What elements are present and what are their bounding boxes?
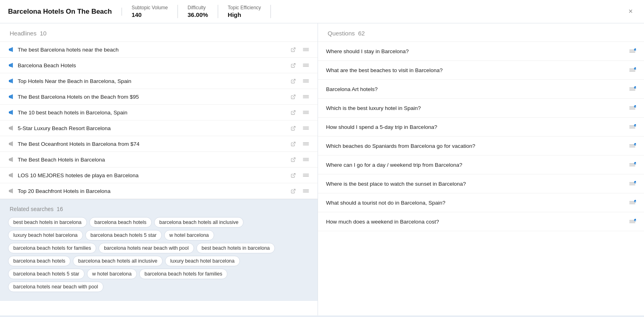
related-search-tag[interactable]: w hotel barcelona — [87, 269, 137, 279]
menu-lines-icon[interactable] — [302, 46, 310, 53]
question-menu-icon[interactable]: + — [629, 48, 636, 55]
related-search-tag[interactable]: barcelona beach hotels for families — [8, 243, 96, 253]
menu-lines-icon[interactable] — [302, 140, 310, 147]
question-menu-icon[interactable]: + — [629, 180, 636, 187]
external-link-icon[interactable] — [291, 157, 296, 162]
left-panel: Headlines 10 The best Barcelona hotels n… — [0, 23, 318, 315]
external-link-icon[interactable] — [291, 94, 296, 99]
question-item[interactable]: What are the best beaches to visit in Ba… — [318, 61, 644, 80]
headline-text: 5-Star Luxury Beach Resort Barcelona — [18, 125, 287, 131]
menu-lines-icon[interactable] — [302, 187, 310, 195]
menu-lines-icon[interactable] — [302, 62, 310, 69]
question-menu-icon[interactable]: + — [629, 218, 636, 225]
megaphone-icon — [8, 141, 14, 147]
menu-lines-icon[interactable] — [302, 172, 310, 179]
external-link-icon[interactable] — [291, 141, 296, 147]
question-item[interactable]: Which beaches do Spaniards from Barcelon… — [318, 137, 644, 155]
external-link-icon[interactable] — [291, 47, 296, 52]
svg-text:+: + — [635, 49, 636, 51]
close-button[interactable]: × — [625, 6, 636, 17]
headline-text: The Best Beach Hotels in Barcelona — [18, 157, 287, 163]
topic-efficiency-value: High — [228, 11, 261, 18]
app-container: Barcelona Hotels On The Beach Subtopic V… — [0, 0, 644, 315]
megaphone-icon — [8, 109, 14, 116]
svg-text:+: + — [635, 143, 636, 146]
related-search-tag[interactable]: luxury beach hotel barcelona — [165, 256, 240, 266]
external-link-icon[interactable] — [291, 63, 296, 68]
question-item[interactable]: Where can I go for a day / weekend trip … — [318, 155, 644, 174]
question-item[interactable]: How should I spend a 5-day trip in Barce… — [318, 118, 644, 137]
question-menu-icon[interactable]: + — [629, 161, 636, 168]
headline-item[interactable]: The Best Oceanfront Hotels in Barcelona … — [0, 136, 318, 152]
headline-item[interactable]: The best Barcelona hotels near the beach — [0, 42, 318, 58]
menu-lines-icon[interactable] — [302, 93, 310, 100]
megaphone-icon — [8, 93, 14, 100]
question-menu-icon[interactable]: + — [629, 85, 636, 93]
headline-item[interactable]: Top 20 Beachfront Hotels in Barcelona — [0, 183, 318, 199]
headline-text: The best Barcelona hotels near the beach — [18, 47, 287, 53]
question-menu-icon[interactable]: + — [629, 104, 636, 112]
menu-lines-icon[interactable] — [302, 77, 310, 85]
question-text: How much does a weekend in Barcelona cos… — [326, 219, 625, 225]
related-search-tag[interactable]: barcelona beach hotels 5 star — [85, 230, 162, 240]
megaphone-icon — [8, 78, 14, 84]
headline-item[interactable]: The 10 best beach hotels in Barcelona, S… — [0, 105, 318, 120]
megaphone-icon — [8, 172, 14, 178]
menu-lines-icon[interactable] — [302, 124, 310, 132]
question-text: Barcelona Art hotels? — [326, 86, 625, 92]
menu-lines-icon[interactable] — [302, 156, 310, 163]
question-item[interactable]: What should a tourist not do in Barcelon… — [318, 193, 644, 212]
svg-text:+: + — [635, 106, 636, 108]
subtopic-volume-label: Subtopic Volume — [132, 5, 168, 10]
related-search-tag[interactable]: barcelona hotels near beach with pool — [8, 282, 103, 292]
headline-item[interactable]: 5-Star Luxury Beach Resort Barcelona — [0, 120, 318, 136]
related-search-tag[interactable]: barcelona beach hotels — [8, 256, 70, 266]
question-text: What should a tourist not do in Barcelon… — [326, 200, 625, 206]
headline-item[interactable]: The Best Beach Hotels in Barcelona — [0, 152, 318, 168]
external-link-icon[interactable] — [291, 126, 296, 131]
question-text: Which is the best luxury hotel in Spain? — [326, 105, 625, 111]
megaphone-icon — [8, 46, 14, 53]
svg-text:+: + — [635, 87, 636, 89]
external-link-icon[interactable] — [291, 110, 296, 115]
tags-row-2: barcelona beach hotels for familiesbarce… — [8, 243, 310, 266]
related-search-tag[interactable]: barcelona beach hotels — [89, 217, 152, 228]
question-item[interactable]: Where is the best place to watch the sun… — [318, 174, 644, 193]
svg-text:+: + — [635, 181, 636, 184]
related-search-tag[interactable]: luxury beach hotel barcelona — [8, 230, 83, 240]
question-menu-icon[interactable]: + — [629, 66, 636, 74]
headline-item[interactable]: Barcelona Beach Hotels — [0, 58, 318, 73]
header: Barcelona Hotels On The Beach Subtopic V… — [0, 0, 644, 23]
related-search-tag[interactable]: best beach hotels in barcelona — [8, 217, 87, 228]
related-search-tag[interactable]: best beach hotels in barcelona — [196, 243, 275, 253]
external-link-icon[interactable] — [291, 79, 296, 84]
headline-text: Barcelona Beach Hotels — [18, 62, 287, 68]
question-item[interactable]: Barcelona Art hotels? + — [318, 80, 644, 99]
question-item[interactable]: How much does a weekend in Barcelona cos… — [318, 212, 644, 231]
related-search-tag[interactable]: barcelona beach hotels all inclusive — [73, 256, 163, 266]
related-search-tag[interactable]: barcelona beach hotels 5 star — [8, 269, 85, 279]
megaphone-icon — [8, 156, 14, 163]
related-search-tag[interactable]: w hotel barcelona — [164, 230, 214, 240]
related-search-tag[interactable]: barcelona hotels near beach with pool — [99, 243, 194, 253]
svg-text:+: + — [635, 200, 636, 203]
related-search-tag[interactable]: barcelona beach hotels all inclusive — [154, 217, 244, 228]
main-content: Headlines 10 The best Barcelona hotels n… — [0, 23, 644, 315]
tags-row-1: best beach hotels in barcelonabarcelona … — [8, 217, 310, 240]
question-menu-icon[interactable]: + — [629, 199, 636, 206]
subtopic-volume-value: 140 — [132, 11, 168, 18]
right-panel: Questions 62 Where should I stay in Barc… — [318, 23, 644, 315]
headline-item[interactable]: The Best Barcelona Hotels on the Beach f… — [0, 89, 318, 105]
headline-item[interactable]: LOS 10 MEJORES hoteles de playa en Barce… — [0, 168, 318, 183]
question-menu-icon[interactable]: + — [629, 123, 636, 131]
related-searches-section: Related searches 16 best beach hotels in… — [0, 199, 318, 301]
related-search-tag[interactable]: barcelona beach hotels for families — [139, 269, 227, 279]
question-menu-icon[interactable]: + — [629, 142, 636, 149]
external-link-icon[interactable] — [291, 173, 296, 178]
question-item[interactable]: Which is the best luxury hotel in Spain?… — [318, 99, 644, 118]
megaphone-icon — [8, 125, 14, 131]
external-link-icon[interactable] — [291, 189, 296, 194]
headline-item[interactable]: Top Hotels Near the Beach in Barcelona, … — [0, 73, 318, 89]
question-item[interactable]: Where should I stay in Barcelona? + — [318, 42, 644, 61]
menu-lines-icon[interactable] — [302, 109, 310, 116]
